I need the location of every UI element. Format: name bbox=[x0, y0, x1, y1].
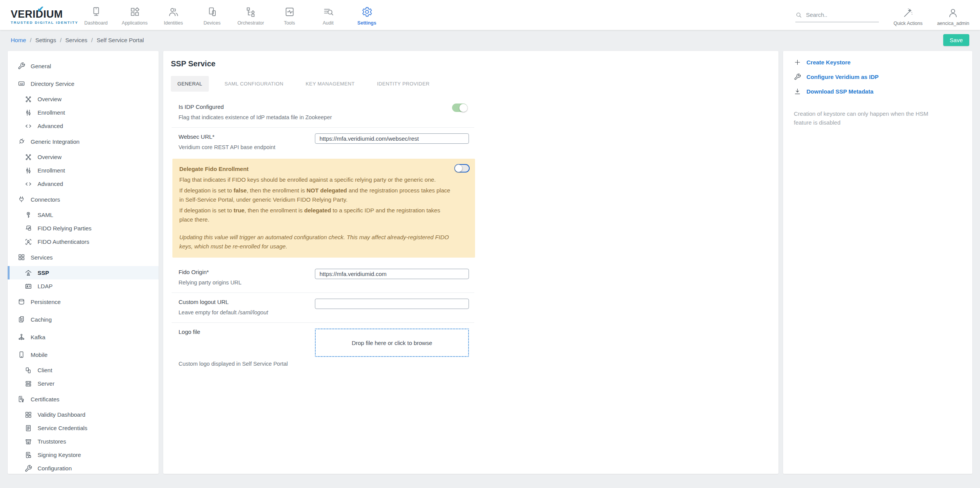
sidebar-item-advanced[interactable]: Advanced bbox=[8, 119, 159, 133]
sidebar-item-generic-integration[interactable]: Generic Integration bbox=[8, 133, 159, 150]
sidebar-item-configuration[interactable]: Configuration bbox=[8, 462, 159, 474]
sidebar-item-connectors[interactable]: Connectors bbox=[8, 191, 159, 208]
database-icon bbox=[18, 298, 25, 306]
tab-general[interactable]: GENERAL bbox=[171, 76, 209, 92]
sidebar-item-label: Kafka bbox=[31, 334, 45, 340]
grid-icon bbox=[25, 411, 32, 419]
plug-angled-icon bbox=[18, 138, 25, 145]
sidebar-item-directory-service[interactable]: ADDirectory Service bbox=[8, 75, 159, 92]
custom-logout-url-input[interactable] bbox=[315, 299, 469, 309]
sidebar-item-certificates[interactable]: Certificates bbox=[8, 390, 159, 408]
nav-item-audit[interactable]: Audit bbox=[309, 5, 347, 26]
logo-file-row: Logo file Drop file here or click to bro… bbox=[172, 323, 474, 357]
user-menu[interactable]: aencica_admin bbox=[937, 4, 969, 26]
websec-url-input[interactable] bbox=[315, 133, 469, 144]
sidebar-item-saml[interactable]: SAML bbox=[8, 208, 159, 222]
fido-origin-row: Fido Origin* Relying party origins URL bbox=[172, 263, 474, 293]
fido-origin-label: Fido Origin* bbox=[179, 269, 315, 275]
sidebar-item-fido-authenticators[interactable]: FIDO Authenticators bbox=[8, 235, 159, 248]
sidebar-item-client[interactable]: Client bbox=[8, 363, 159, 377]
sidebar-item-label: Certificates bbox=[31, 396, 59, 402]
sliders-icon bbox=[25, 109, 32, 117]
save-button[interactable]: Save bbox=[943, 34, 969, 46]
delegate-fido-paragraph: If delegation is set to true, then the e… bbox=[179, 206, 452, 224]
nav-item-label: Identities bbox=[164, 20, 183, 26]
breadcrumb-item-settings: Settings bbox=[35, 37, 56, 43]
veridium-logo[interactable]: VERIDIUM ✔ TRUSTED DIGITAL IDENTITY bbox=[11, 5, 68, 25]
breadcrumb-separator: / bbox=[30, 37, 31, 43]
mobile-icon bbox=[18, 351, 25, 358]
action-create-keystore[interactable]: Create Keystore bbox=[794, 59, 962, 66]
sidebar-item-general[interactable]: General bbox=[8, 57, 159, 75]
breadcrumb-separator: / bbox=[60, 37, 61, 43]
cache-icon bbox=[18, 315, 25, 323]
sidebar-item-caching[interactable]: Caching bbox=[8, 311, 159, 328]
breadcrumb-item-home[interactable]: Home bbox=[11, 37, 26, 43]
nodes-icon bbox=[25, 95, 32, 103]
device-lock-icon bbox=[25, 225, 32, 232]
sidebar-item-label: Generic Integration bbox=[31, 139, 80, 145]
sliders-icon bbox=[25, 167, 32, 174]
action-download-ssp-metadata[interactable]: Download SSP Metadata bbox=[794, 88, 962, 95]
delegate-fido-label: Delegate Fido Enrollment bbox=[179, 164, 452, 174]
breadcrumb-separator: / bbox=[91, 37, 93, 43]
sidebar-item-label: Service Credentials bbox=[38, 425, 87, 431]
sidebar-item-enrollment[interactable]: Enrollment bbox=[8, 106, 159, 119]
username-label: aencica_admin bbox=[937, 21, 969, 26]
sidebar-item-label: SSP bbox=[38, 270, 49, 276]
sidebar-item-label: Persistence bbox=[31, 299, 61, 305]
sidebar-item-label: Directory Service bbox=[31, 81, 74, 87]
action-configure-veridium-as-idp[interactable]: Configure Veridium as IDP bbox=[794, 73, 962, 81]
certificate-icon bbox=[18, 395, 25, 403]
wrench-icon bbox=[794, 73, 801, 81]
action-label: Configure Veridium as IDP bbox=[806, 74, 878, 80]
nav-item-label: Settings bbox=[357, 20, 376, 26]
search-input[interactable] bbox=[806, 12, 879, 18]
sidebar-item-signing-keystore[interactable]: Signing Keystore bbox=[8, 448, 159, 462]
sidebar-item-label: Mobile bbox=[31, 352, 48, 358]
sidebar-item-overview[interactable]: Overview bbox=[8, 92, 159, 106]
sidebar-item-enrollment[interactable]: Enrollment bbox=[8, 164, 159, 177]
quick-actions-label: Quick Actions bbox=[893, 21, 923, 26]
tab-saml-configuration[interactable]: SAML CONFIGURATION bbox=[218, 76, 290, 92]
sidebar-item-kafka[interactable]: Kafka bbox=[8, 328, 159, 346]
sidebar-item-persistence[interactable]: Persistence bbox=[8, 293, 159, 311]
action-label: Download SSP Metadata bbox=[806, 88, 873, 95]
sidebar-item-overview[interactable]: Overview bbox=[8, 150, 159, 164]
nav-item-applications[interactable]: Applications bbox=[115, 5, 154, 26]
nav-item-orchestrator[interactable]: Orchestrator bbox=[231, 5, 270, 26]
sidebar-item-mobile[interactable]: Mobile bbox=[8, 346, 159, 363]
nav-item-tools[interactable]: Tools bbox=[270, 5, 309, 26]
sidebar-item-ldap[interactable]: LDAP bbox=[8, 279, 159, 293]
logo-file-dropzone[interactable]: Drop file here or click to browse bbox=[315, 329, 469, 357]
nav-item-settings[interactable]: Settings bbox=[347, 5, 386, 26]
nav-item-devices[interactable]: Devices bbox=[193, 5, 231, 26]
tab-identity-provider[interactable]: IDENTITY PROVIDER bbox=[370, 76, 436, 92]
plus-icon bbox=[794, 59, 801, 66]
quick-actions-button[interactable]: Quick Actions bbox=[893, 4, 923, 26]
sidebar-item-advanced[interactable]: Advanced bbox=[8, 177, 159, 191]
sidebar-item-validity-dashboard[interactable]: Validity Dashboard bbox=[8, 408, 159, 421]
sidebar-item-label: Advanced bbox=[38, 123, 63, 129]
nav-item-identities[interactable]: Identities bbox=[154, 5, 193, 26]
websec-url-label: Websec URL* bbox=[179, 133, 315, 140]
home-user-icon bbox=[25, 269, 32, 277]
sidebar-item-services[interactable]: Services bbox=[8, 248, 159, 266]
websec-url-description: Veridium core REST API base endpoint bbox=[179, 143, 315, 151]
tab-key-management[interactable]: KEY MANAGEMENT bbox=[299, 76, 361, 92]
action-label: Create Keystore bbox=[806, 59, 851, 66]
nav-item-dashboard[interactable]: Dashboard bbox=[77, 5, 115, 26]
brand-tagline: TRUSTED DIGITAL IDENTITY bbox=[11, 20, 68, 25]
sidebar-item-server[interactable]: Server bbox=[8, 377, 159, 390]
sidebar-item-service-credentials[interactable]: Service Credentials bbox=[8, 421, 159, 435]
sidebar-item-label: Server bbox=[38, 381, 54, 386]
sidebar-item-ssp[interactable]: SSP bbox=[8, 266, 159, 279]
is-idp-configured-toggle[interactable] bbox=[452, 104, 467, 112]
nav-item-label: Orchestrator bbox=[238, 20, 264, 26]
search-icon bbox=[795, 11, 802, 19]
delegate-fido-toggle[interactable] bbox=[454, 164, 470, 173]
sidebar-item-truststores[interactable]: Truststores bbox=[8, 435, 159, 448]
delegate-fido-enrollment-section: Delegate Fido Enrollment Flag that indic… bbox=[172, 159, 475, 258]
sidebar-item-fido-relying-parties[interactable]: FIDO Relying Parties bbox=[8, 222, 159, 235]
fido-origin-input[interactable] bbox=[315, 269, 469, 279]
